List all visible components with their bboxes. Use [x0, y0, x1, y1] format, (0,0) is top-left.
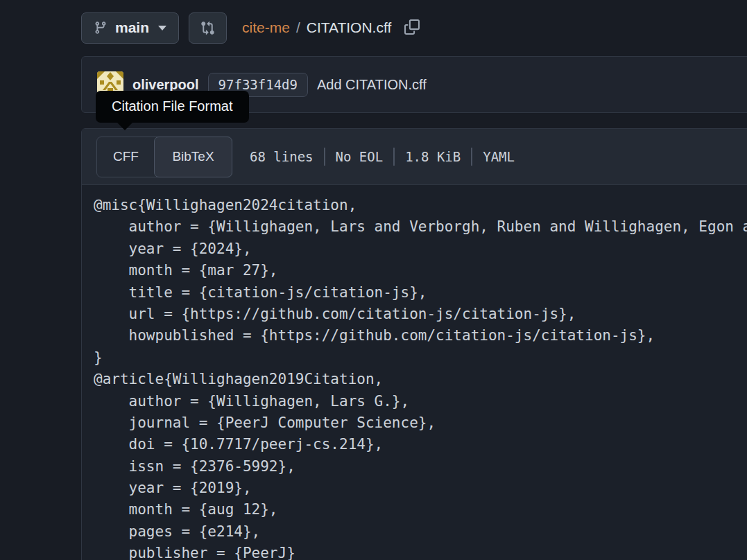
- code-line: author = {Willighagen, Lars G.},: [94, 391, 747, 412]
- meta-divider: [324, 148, 325, 166]
- file-meta-language: YAML: [483, 149, 515, 164]
- code-line: author = {Willighagen, Lars and Verborgh…: [94, 216, 747, 238]
- code-line: }: [94, 347, 747, 369]
- file-format-tab-group: CFF BibTeX: [96, 137, 232, 177]
- code-line: howpublished = {https://github.com/citat…: [94, 325, 747, 347]
- tab-cff[interactable]: CFF: [97, 137, 155, 177]
- file-view-panel: CFF BibTeX 68 lines No EOL 1.8 KiB YAML …: [81, 128, 747, 560]
- tab-bibtex[interactable]: BibTeX: [154, 137, 232, 177]
- code-lines: @misc{Willighagen2024citation, author = …: [82, 185, 747, 560]
- branch-selector-button[interactable]: main: [81, 12, 179, 44]
- commit-message: Add CITATION.cff: [317, 77, 427, 93]
- file-meta-lines: 68 lines: [250, 149, 314, 164]
- code-line: month = {mar 27},: [94, 260, 747, 281]
- copy-icon: [404, 19, 420, 35]
- git-branch-icon: [94, 21, 108, 35]
- code-line: @misc{Willighagen2024citation,: [94, 195, 747, 216]
- code-line: doi = {10.7717/peerj-cs.214},: [94, 434, 747, 455]
- file-meta: 68 lines No EOL 1.8 KiB YAML: [250, 148, 515, 166]
- code-line: month = {aug 12},: [94, 499, 747, 520]
- breadcrumb: cite-me / CITATION.cff: [242, 18, 421, 38]
- top-bar: main cite-me / CITATION.cff: [81, 12, 747, 44]
- tooltip-arrow: [117, 122, 133, 130]
- tooltip: Citation File Format: [96, 91, 249, 123]
- tooltip-text: Citation File Format: [112, 98, 233, 114]
- file-meta-size: 1.8 KiB: [405, 149, 461, 164]
- chevron-down-icon: [158, 26, 166, 30]
- compare-button[interactable]: [189, 12, 227, 44]
- breadcrumb-file-name: CITATION.cff: [307, 19, 392, 36]
- meta-divider: [471, 148, 472, 166]
- code-line: title = {citation-js/citation-js},: [94, 282, 747, 304]
- code-line: @article{Willighagen2019Citation,: [94, 369, 747, 390]
- code-line: url = {https://github.com/citation-js/ci…: [94, 304, 747, 325]
- git-compare-icon: [200, 21, 215, 35]
- breadcrumb-separator: /: [296, 19, 300, 36]
- code-line: publisher = {PeerJ}: [94, 543, 747, 560]
- code-line: pages = {e214},: [94, 521, 747, 543]
- meta-divider: [393, 148, 395, 166]
- breadcrumb-repo-link[interactable]: cite-me: [242, 19, 290, 36]
- branch-name-label: main: [115, 19, 149, 36]
- copy-path-button[interactable]: [403, 18, 421, 38]
- file-header: CFF BibTeX 68 lines No EOL 1.8 KiB YAML: [82, 129, 747, 185]
- code-line: year = {2019},: [94, 478, 747, 499]
- code-line: year = {2024},: [94, 238, 747, 260]
- code-line: issn = {2376-5992},: [94, 456, 747, 478]
- file-meta-eol: No EOL: [336, 149, 384, 164]
- code-line: journal = {PeerJ Computer Science},: [94, 412, 747, 434]
